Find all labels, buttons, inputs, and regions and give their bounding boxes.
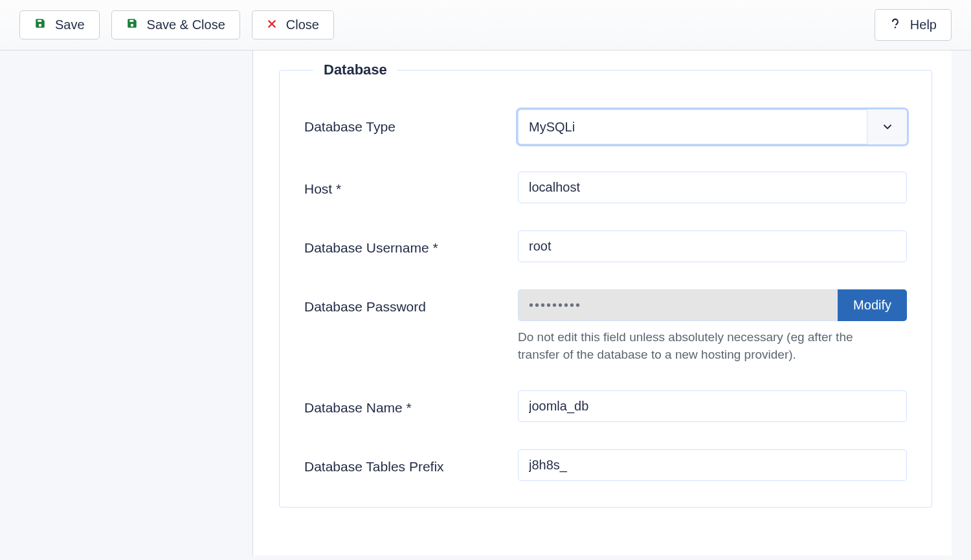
field-host: Host * — [304, 172, 907, 203]
save-close-button[interactable]: Save & Close — [111, 10, 240, 39]
close-icon — [267, 17, 277, 32]
database-fieldset: Database Database Type MySQLi Host * — [279, 70, 932, 508]
page-body: Database Database Type MySQLi Host * — [0, 50, 971, 555]
toolbar: Save Save & Close Close Help — [0, 0, 971, 50]
select-database-type[interactable]: MySQLi — [518, 109, 907, 144]
input-db-name[interactable] — [518, 390, 907, 422]
label-db-prefix: Database Tables Prefix — [304, 449, 505, 476]
main-column: Database Database Type MySQLi Host * — [252, 50, 952, 555]
label-database-type: Database Type — [304, 109, 505, 136]
password-help-text: Do not edit this field unless absolutely… — [518, 329, 867, 363]
label-host: Host * — [304, 172, 505, 198]
label-db-password: Database Password — [304, 289, 505, 316]
label-db-name: Database Name * — [304, 390, 505, 417]
save-button[interactable]: Save — [19, 10, 100, 39]
input-db-username[interactable] — [518, 230, 907, 262]
input-db-prefix[interactable] — [518, 449, 907, 481]
sidebar-column — [19, 50, 252, 555]
close-button-label: Close — [286, 17, 319, 32]
save-close-button-label: Save & Close — [147, 17, 225, 32]
help-button-label: Help — [910, 17, 937, 32]
field-database-type: Database Type MySQLi — [304, 109, 907, 144]
modify-password-button[interactable]: Modify — [838, 289, 907, 321]
field-db-password: Database Password Modify Do not edit thi… — [304, 289, 907, 363]
save-icon — [126, 17, 138, 32]
close-button[interactable]: Close — [252, 10, 334, 39]
password-input-group: Modify — [518, 289, 907, 321]
input-host[interactable] — [518, 172, 907, 203]
field-db-prefix: Database Tables Prefix — [304, 449, 907, 481]
save-button-label: Save — [55, 17, 85, 32]
field-db-username: Database Username * — [304, 230, 907, 262]
label-db-username: Database Username * — [304, 230, 505, 257]
select-database-type-value: MySQLi — [518, 109, 907, 144]
fieldset-legend: Database — [313, 60, 397, 80]
save-icon — [34, 17, 46, 32]
help-icon — [889, 16, 901, 34]
input-db-password — [518, 289, 838, 321]
help-button[interactable]: Help — [875, 9, 952, 41]
field-db-name: Database Name * — [304, 390, 907, 422]
